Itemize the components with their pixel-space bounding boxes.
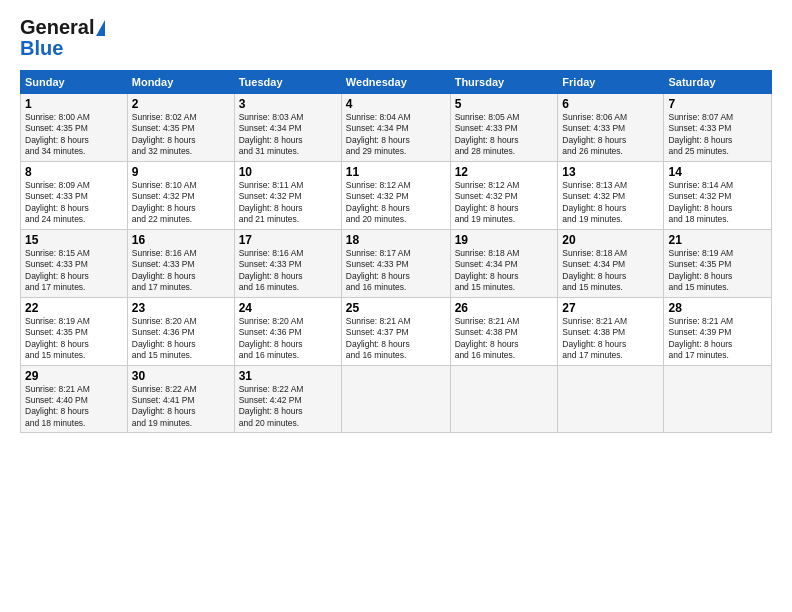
week-row-4: 22Sunrise: 8:19 AM Sunset: 4:35 PM Dayli… <box>21 297 772 365</box>
day-cell: 31Sunrise: 8:22 AM Sunset: 4:42 PM Dayli… <box>234 365 341 433</box>
day-number: 29 <box>25 369 123 383</box>
header-row: SundayMondayTuesdayWednesdayThursdayFrid… <box>21 71 772 94</box>
day-info: Sunrise: 8:06 AM Sunset: 4:33 PM Dayligh… <box>562 112 659 158</box>
day-info: Sunrise: 8:16 AM Sunset: 4:33 PM Dayligh… <box>132 248 230 294</box>
day-cell: 6Sunrise: 8:06 AM Sunset: 4:33 PM Daylig… <box>558 94 664 162</box>
day-cell: 16Sunrise: 8:16 AM Sunset: 4:33 PM Dayli… <box>127 229 234 297</box>
day-info: Sunrise: 8:16 AM Sunset: 4:33 PM Dayligh… <box>239 248 337 294</box>
day-number: 20 <box>562 233 659 247</box>
day-cell: 18Sunrise: 8:17 AM Sunset: 4:33 PM Dayli… <box>341 229 450 297</box>
day-number: 21 <box>668 233 767 247</box>
day-cell: 28Sunrise: 8:21 AM Sunset: 4:39 PM Dayli… <box>664 297 772 365</box>
column-header-saturday: Saturday <box>664 71 772 94</box>
day-info: Sunrise: 8:02 AM Sunset: 4:35 PM Dayligh… <box>132 112 230 158</box>
day-number: 15 <box>25 233 123 247</box>
day-number: 8 <box>25 165 123 179</box>
day-number: 10 <box>239 165 337 179</box>
day-number: 9 <box>132 165 230 179</box>
day-info: Sunrise: 8:17 AM Sunset: 4:33 PM Dayligh… <box>346 248 446 294</box>
day-number: 28 <box>668 301 767 315</box>
day-cell: 3Sunrise: 8:03 AM Sunset: 4:34 PM Daylig… <box>234 94 341 162</box>
day-info: Sunrise: 8:07 AM Sunset: 4:33 PM Dayligh… <box>668 112 767 158</box>
day-info: Sunrise: 8:22 AM Sunset: 4:41 PM Dayligh… <box>132 384 230 430</box>
day-cell: 22Sunrise: 8:19 AM Sunset: 4:35 PM Dayli… <box>21 297 128 365</box>
day-number: 3 <box>239 97 337 111</box>
day-info: Sunrise: 8:04 AM Sunset: 4:34 PM Dayligh… <box>346 112 446 158</box>
header: General Blue <box>20 16 772 60</box>
day-number: 12 <box>455 165 554 179</box>
day-number: 4 <box>346 97 446 111</box>
day-cell: 15Sunrise: 8:15 AM Sunset: 4:33 PM Dayli… <box>21 229 128 297</box>
day-info: Sunrise: 8:21 AM Sunset: 4:40 PM Dayligh… <box>25 384 123 430</box>
calendar-table: SundayMondayTuesdayWednesdayThursdayFrid… <box>20 70 772 433</box>
week-row-1: 1Sunrise: 8:00 AM Sunset: 4:35 PM Daylig… <box>21 94 772 162</box>
day-info: Sunrise: 8:09 AM Sunset: 4:33 PM Dayligh… <box>25 180 123 226</box>
day-info: Sunrise: 8:21 AM Sunset: 4:37 PM Dayligh… <box>346 316 446 362</box>
logo-blue-text: Blue <box>20 37 63 60</box>
day-number: 17 <box>239 233 337 247</box>
day-number: 14 <box>668 165 767 179</box>
day-number: 6 <box>562 97 659 111</box>
day-number: 30 <box>132 369 230 383</box>
day-info: Sunrise: 8:00 AM Sunset: 4:35 PM Dayligh… <box>25 112 123 158</box>
day-cell <box>450 365 558 433</box>
day-number: 25 <box>346 301 446 315</box>
logo-general-text: General <box>20 16 94 39</box>
day-number: 27 <box>562 301 659 315</box>
column-header-monday: Monday <box>127 71 234 94</box>
day-info: Sunrise: 8:05 AM Sunset: 4:33 PM Dayligh… <box>455 112 554 158</box>
day-cell <box>558 365 664 433</box>
day-cell: 27Sunrise: 8:21 AM Sunset: 4:38 PM Dayli… <box>558 297 664 365</box>
week-row-2: 8Sunrise: 8:09 AM Sunset: 4:33 PM Daylig… <box>21 161 772 229</box>
day-info: Sunrise: 8:10 AM Sunset: 4:32 PM Dayligh… <box>132 180 230 226</box>
day-number: 24 <box>239 301 337 315</box>
day-cell: 23Sunrise: 8:20 AM Sunset: 4:36 PM Dayli… <box>127 297 234 365</box>
day-number: 26 <box>455 301 554 315</box>
day-info: Sunrise: 8:20 AM Sunset: 4:36 PM Dayligh… <box>239 316 337 362</box>
day-cell: 8Sunrise: 8:09 AM Sunset: 4:33 PM Daylig… <box>21 161 128 229</box>
day-number: 19 <box>455 233 554 247</box>
week-row-3: 15Sunrise: 8:15 AM Sunset: 4:33 PM Dayli… <box>21 229 772 297</box>
day-cell: 21Sunrise: 8:19 AM Sunset: 4:35 PM Dayli… <box>664 229 772 297</box>
day-info: Sunrise: 8:11 AM Sunset: 4:32 PM Dayligh… <box>239 180 337 226</box>
column-header-thursday: Thursday <box>450 71 558 94</box>
day-info: Sunrise: 8:18 AM Sunset: 4:34 PM Dayligh… <box>562 248 659 294</box>
day-cell: 24Sunrise: 8:20 AM Sunset: 4:36 PM Dayli… <box>234 297 341 365</box>
day-cell <box>664 365 772 433</box>
day-cell: 11Sunrise: 8:12 AM Sunset: 4:32 PM Dayli… <box>341 161 450 229</box>
day-info: Sunrise: 8:18 AM Sunset: 4:34 PM Dayligh… <box>455 248 554 294</box>
day-info: Sunrise: 8:19 AM Sunset: 4:35 PM Dayligh… <box>25 316 123 362</box>
day-cell: 25Sunrise: 8:21 AM Sunset: 4:37 PM Dayli… <box>341 297 450 365</box>
day-cell: 2Sunrise: 8:02 AM Sunset: 4:35 PM Daylig… <box>127 94 234 162</box>
day-cell: 17Sunrise: 8:16 AM Sunset: 4:33 PM Dayli… <box>234 229 341 297</box>
day-info: Sunrise: 8:20 AM Sunset: 4:36 PM Dayligh… <box>132 316 230 362</box>
logo: General Blue <box>20 16 105 60</box>
day-info: Sunrise: 8:03 AM Sunset: 4:34 PM Dayligh… <box>239 112 337 158</box>
day-cell: 29Sunrise: 8:21 AM Sunset: 4:40 PM Dayli… <box>21 365 128 433</box>
day-number: 5 <box>455 97 554 111</box>
page-container: General Blue SundayMondayTuesdayWednesda… <box>0 0 792 443</box>
day-cell: 1Sunrise: 8:00 AM Sunset: 4:35 PM Daylig… <box>21 94 128 162</box>
day-info: Sunrise: 8:21 AM Sunset: 4:39 PM Dayligh… <box>668 316 767 362</box>
day-number: 23 <box>132 301 230 315</box>
day-number: 1 <box>25 97 123 111</box>
day-cell: 10Sunrise: 8:11 AM Sunset: 4:32 PM Dayli… <box>234 161 341 229</box>
logo-triangle-icon <box>96 20 105 36</box>
day-cell: 5Sunrise: 8:05 AM Sunset: 4:33 PM Daylig… <box>450 94 558 162</box>
day-info: Sunrise: 8:12 AM Sunset: 4:32 PM Dayligh… <box>455 180 554 226</box>
day-info: Sunrise: 8:13 AM Sunset: 4:32 PM Dayligh… <box>562 180 659 226</box>
week-row-5: 29Sunrise: 8:21 AM Sunset: 4:40 PM Dayli… <box>21 365 772 433</box>
day-info: Sunrise: 8:15 AM Sunset: 4:33 PM Dayligh… <box>25 248 123 294</box>
day-cell <box>341 365 450 433</box>
day-cell: 9Sunrise: 8:10 AM Sunset: 4:32 PM Daylig… <box>127 161 234 229</box>
day-cell: 20Sunrise: 8:18 AM Sunset: 4:34 PM Dayli… <box>558 229 664 297</box>
day-cell: 12Sunrise: 8:12 AM Sunset: 4:32 PM Dayli… <box>450 161 558 229</box>
day-info: Sunrise: 8:19 AM Sunset: 4:35 PM Dayligh… <box>668 248 767 294</box>
day-cell: 13Sunrise: 8:13 AM Sunset: 4:32 PM Dayli… <box>558 161 664 229</box>
column-header-sunday: Sunday <box>21 71 128 94</box>
day-cell: 4Sunrise: 8:04 AM Sunset: 4:34 PM Daylig… <box>341 94 450 162</box>
column-header-tuesday: Tuesday <box>234 71 341 94</box>
day-number: 18 <box>346 233 446 247</box>
day-info: Sunrise: 8:21 AM Sunset: 4:38 PM Dayligh… <box>455 316 554 362</box>
day-cell: 7Sunrise: 8:07 AM Sunset: 4:33 PM Daylig… <box>664 94 772 162</box>
